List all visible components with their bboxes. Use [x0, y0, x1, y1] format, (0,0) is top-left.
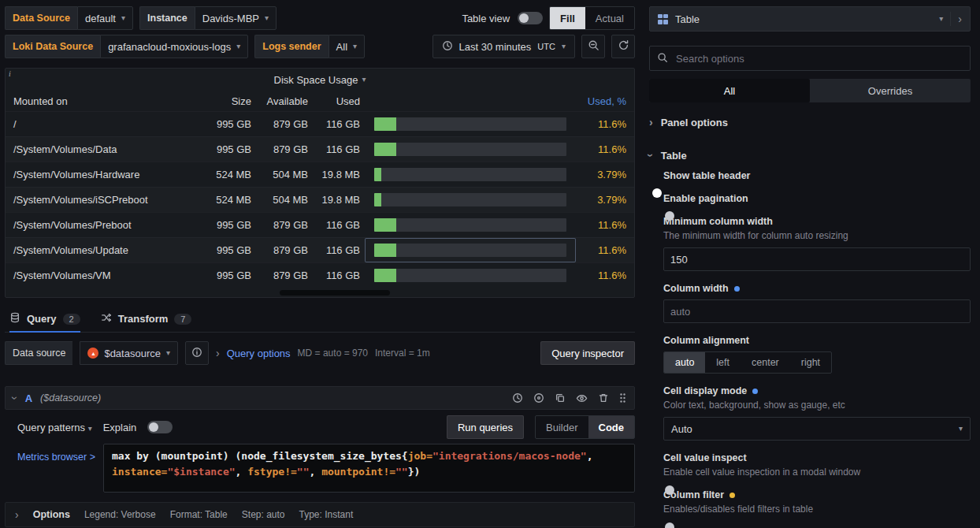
chevron-down-icon: ›	[645, 154, 656, 158]
datasource-help-button[interactable]	[185, 341, 209, 365]
drag-handle-icon[interactable]	[619, 392, 626, 403]
table-row: /System/Volumes/Hardware 524 MB 504 MB 1…	[6, 162, 634, 187]
delete-query-icon[interactable]	[598, 392, 609, 403]
query-row-header[interactable]: › A ($datasource)	[5, 386, 635, 410]
explain-toggle[interactable]	[147, 421, 173, 433]
column-header-mounted-on[interactable]: Mounted on	[6, 95, 190, 107]
cell-used-percent: 11.6%	[576, 118, 634, 130]
query-options-bar[interactable]: › Options Legend: Verbose Format: Table …	[5, 502, 635, 527]
alignment-auto[interactable]: auto	[664, 352, 705, 373]
tab-overrides[interactable]: Overrides	[810, 79, 971, 102]
cell-used-percent: 3.79%	[576, 194, 634, 206]
cell-used: 116 GB	[313, 270, 365, 281]
tab-transform[interactable]: Transform 7	[101, 306, 192, 332]
alignment-right[interactable]: right	[790, 352, 831, 373]
minimum-column-width-input[interactable]	[663, 247, 971, 271]
query-controls-row: Query patterns ▾ Explain Run queries Bui…	[5, 416, 635, 438]
alignment-center[interactable]: center	[741, 352, 790, 373]
variable-value-dropdown[interactable]: grafanacloud-moxious-logs ▾	[100, 35, 248, 58]
cell-size: 995 GB	[190, 270, 256, 281]
section-panel-options[interactable]: › Panel options	[649, 109, 971, 136]
options-format: Format: Table	[170, 509, 228, 520]
options-search-input[interactable]	[674, 52, 963, 65]
option-label: Cell display mode	[663, 385, 971, 396]
panel-title-menu[interactable]: Disk Space Usage ▾	[6, 69, 634, 91]
toggle-knob	[665, 485, 674, 495]
cell-size: 995 GB	[190, 244, 256, 256]
table-row: /System/Volumes/Data 995 GB 879 GB 116 G…	[6, 136, 634, 162]
caret-down-icon: ▾	[121, 14, 125, 22]
cell-display-mode-select[interactable]: Auto ▾	[663, 417, 971, 441]
caret-down-icon: ▾	[88, 424, 92, 433]
query-stats-icon[interactable]	[533, 392, 544, 403]
chevron-right-icon: ›	[15, 509, 19, 520]
size-mode-radio-group: Fill Actual	[549, 6, 635, 30]
cell-mounted-on: /System/Volumes/VM	[6, 270, 190, 281]
tab-all[interactable]: All	[649, 79, 810, 102]
transform-count-badge: 7	[174, 314, 191, 325]
visualization-picker[interactable]: Table ▾ ›	[649, 6, 971, 32]
promql-code-editor[interactable]: max by (mountpoint) (node_filesystem_siz…	[103, 444, 635, 493]
refresh-button[interactable]	[611, 35, 635, 58]
variable-value-dropdown[interactable]: Davids-MBP ▾	[195, 6, 277, 30]
variables-toolbar-row-2: Loki Data Source grafanacloud-moxious-lo…	[5, 35, 635, 58]
panel-info-icon[interactable]: i	[9, 69, 11, 78]
gauge-fill	[374, 143, 396, 156]
cell-used-percent: 11.6%	[576, 143, 634, 155]
code-content: max by (mountpoint) (node_filesystem_siz…	[112, 448, 626, 480]
options-legend: Legend: Verbose	[84, 509, 156, 520]
toggle-visibility-icon[interactable]	[576, 392, 588, 404]
column-header-used[interactable]: Used	[313, 95, 365, 107]
shuffle-icon	[101, 312, 112, 325]
run-queries-button[interactable]: Run queries	[447, 415, 524, 439]
caret-down-icon: ▾	[236, 43, 240, 50]
column-header-used-percent[interactable]: Used, %	[576, 95, 634, 107]
query-history-icon[interactable]	[512, 392, 523, 403]
column-width-input[interactable]	[663, 299, 971, 323]
horizontal-scrollbar-thumb[interactable]	[280, 290, 390, 296]
cell-available: 504 MB	[256, 169, 313, 180]
collapse-pane-icon[interactable]: ›	[958, 13, 962, 24]
variable-instance: Instance Davids-MBP ▾	[139, 6, 277, 30]
alignment-left[interactable]: left	[705, 352, 741, 373]
query-options-toggle[interactable]: Query options	[227, 348, 291, 359]
option-column-filter: Column filter Enables/disables field fil…	[663, 489, 971, 515]
variable-value-dropdown[interactable]: All ▾	[329, 35, 365, 58]
cell-available: 879 GB	[256, 270, 313, 281]
option-minimum-column-width: Minimum column width The minimum width f…	[663, 216, 971, 271]
refresh-icon	[618, 39, 629, 54]
editor-tabs: Query 2 Transform 7	[5, 306, 635, 333]
caret-down-icon: ▾	[166, 349, 170, 357]
cell-used: 116 GB	[313, 219, 365, 231]
variable-value-dropdown[interactable]: default ▾	[77, 6, 133, 30]
gauge-fill	[374, 244, 396, 257]
toggle-knob	[519, 13, 529, 23]
zoom-out-time-button[interactable]	[581, 35, 605, 58]
table-row: /System/Volumes/Preboot 995 GB 879 GB 11…	[6, 212, 634, 237]
cell-mounted-on: /System/Volumes/Data	[6, 143, 190, 155]
size-mode-actual[interactable]: Actual	[585, 7, 634, 29]
column-alignment-radio-group: auto left center right	[663, 351, 832, 374]
datasource-picker[interactable]: ▲ $datasource ▾	[80, 341, 178, 365]
table-view-toggle[interactable]	[518, 12, 543, 24]
duplicate-query-icon[interactable]	[555, 392, 566, 403]
divider	[950, 12, 951, 26]
options-search-box[interactable]	[649, 46, 971, 71]
size-mode-fill[interactable]: Fill	[550, 7, 585, 29]
caret-down-icon: ▾	[265, 14, 269, 22]
column-header-available[interactable]: Available	[256, 95, 313, 107]
editor-mode-builder[interactable]: Builder	[536, 416, 588, 438]
query-row-card: › A ($datasource) Query patterns ▾ Expla…	[5, 386, 635, 493]
option-label: Minimum column width	[663, 216, 971, 227]
cell-available: 879 GB	[256, 118, 313, 130]
query-patterns-dropdown[interactable]: Query patterns ▾	[17, 422, 92, 433]
query-inspector-button[interactable]: Query inspector	[540, 341, 635, 365]
variable-loki-data-source: Loki Data Source grafanacloud-moxious-lo…	[5, 35, 248, 58]
column-header-size[interactable]: Size	[190, 95, 256, 107]
section-table[interactable]: › Table	[649, 142, 971, 169]
editor-mode-code[interactable]: Code	[588, 416, 635, 438]
tab-query[interactable]: Query 2	[9, 306, 80, 332]
collapse-query-icon[interactable]: ›	[9, 396, 20, 400]
metrics-browser-button[interactable]: Metrics browser >	[5, 444, 95, 493]
time-range-picker[interactable]: Last 30 minutes UTC ▾	[432, 35, 575, 58]
